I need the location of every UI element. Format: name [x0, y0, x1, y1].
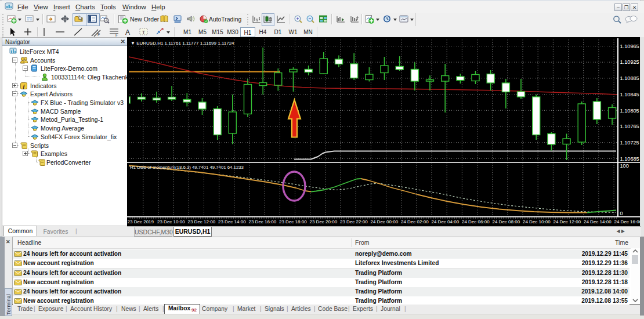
svg-text:23 Dec 12:00: 23 Dec 12:00 [188, 219, 216, 224]
svg-text:H1 DSS of momentum(18,6,3) 49.: H1 DSS of momentum(18,6,3) 49.7401 49.74… [130, 165, 244, 170]
svg-text:23 Dec 14:00: 23 Dec 14:00 [218, 219, 246, 224]
svg-text:24 Dec 14:00: 24 Dec 14:00 [584, 219, 612, 224]
svg-text:24 Dec 16:00: 24 Dec 16:00 [614, 219, 641, 224]
svg-text:1.10805: 1.10805 [620, 108, 639, 114]
svg-text:1.10845: 1.10845 [620, 92, 639, 97]
svg-text:23 Dec 20:00: 23 Dec 20:00 [310, 219, 338, 224]
svg-text:24 Dec 06:00: 24 Dec 06:00 [462, 219, 490, 224]
svg-text:1.10765: 1.10765 [620, 124, 639, 129]
svg-text:1.10685: 1.10685 [620, 156, 639, 162]
svg-text:24 Dec 00:00: 24 Dec 00:00 [371, 219, 399, 224]
svg-text:T: T [142, 30, 146, 35]
svg-text:▼ EURUSD,H1 1.11761 1.11777 1: ▼ EURUSD,H1 1.11761 1.11777 1.11699 1.11… [131, 41, 234, 46]
svg-text:23 Dec 16:00: 23 Dec 16:00 [249, 219, 277, 224]
svg-text:24 Dec 08:00: 24 Dec 08:00 [493, 219, 520, 224]
svg-text:1.10885: 1.10885 [620, 75, 639, 81]
svg-text:23 Dec 22:00: 23 Dec 22:00 [340, 219, 368, 224]
svg-text:Terminal: Terminal [5, 294, 12, 315]
svg-text:24 Dec 02:00: 24 Dec 02:00 [401, 219, 429, 224]
svg-text:1.10965: 1.10965 [620, 44, 639, 49]
svg-text:23 Dec 18:00: 23 Dec 18:00 [279, 219, 307, 224]
svg-text:23 Dec 2019: 23 Dec 2019 [128, 219, 154, 224]
svg-text:24 Dec 12:00: 24 Dec 12:00 [553, 219, 581, 224]
svg-text:0: 0 [620, 211, 623, 216]
svg-text:1.10725: 1.10725 [620, 140, 639, 146]
svg-text:F: F [115, 33, 118, 37]
svg-text:24 Dec 10:00: 24 Dec 10:00 [523, 219, 551, 224]
svg-text:F: F [97, 32, 100, 37]
svg-text:1.10925: 1.10925 [620, 59, 639, 65]
svg-text:23 Dec 10:00: 23 Dec 10:00 [157, 219, 185, 224]
svg-text:24 Dec 04:00: 24 Dec 04:00 [432, 219, 460, 224]
svg-text:100: 100 [620, 163, 629, 169]
